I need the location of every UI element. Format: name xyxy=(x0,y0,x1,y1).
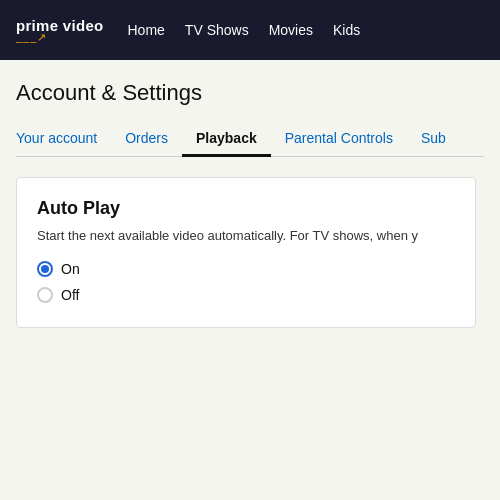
tab-subtitles[interactable]: Sub xyxy=(407,122,460,157)
autoplay-off-label: Off xyxy=(61,287,79,303)
autoplay-card: Auto Play Start the next available video… xyxy=(16,177,476,328)
logo: prime video ___↗ xyxy=(16,17,104,44)
autoplay-on-option[interactable]: On xyxy=(37,261,455,277)
top-nav: prime video ___↗ Home TV Shows Movies Ki… xyxy=(0,0,500,60)
logo-smile: ___↗ xyxy=(16,31,47,44)
page-title: Account & Settings xyxy=(16,80,484,106)
nav-tv-shows[interactable]: TV Shows xyxy=(185,22,249,38)
tab-your-account[interactable]: Your account xyxy=(16,122,111,157)
autoplay-on-label: On xyxy=(61,261,80,277)
autoplay-off-option[interactable]: Off xyxy=(37,287,455,303)
autoplay-options: On Off xyxy=(37,261,455,303)
autoplay-description: Start the next available video automatic… xyxy=(37,227,455,245)
nav-home[interactable]: Home xyxy=(128,22,165,38)
main-content: Account & Settings Your account Orders P… xyxy=(0,60,500,500)
radio-off-circle[interactable] xyxy=(37,287,53,303)
nav-kids[interactable]: Kids xyxy=(333,22,360,38)
tab-orders[interactable]: Orders xyxy=(111,122,182,157)
nav-links: Home TV Shows Movies Kids xyxy=(128,22,361,38)
tabs-bar: Your account Orders Playback Parental Co… xyxy=(16,122,484,157)
nav-movies[interactable]: Movies xyxy=(269,22,313,38)
radio-on-circle[interactable] xyxy=(37,261,53,277)
autoplay-title: Auto Play xyxy=(37,198,455,219)
tab-parental-controls[interactable]: Parental Controls xyxy=(271,122,407,157)
tab-playback[interactable]: Playback xyxy=(182,122,271,157)
